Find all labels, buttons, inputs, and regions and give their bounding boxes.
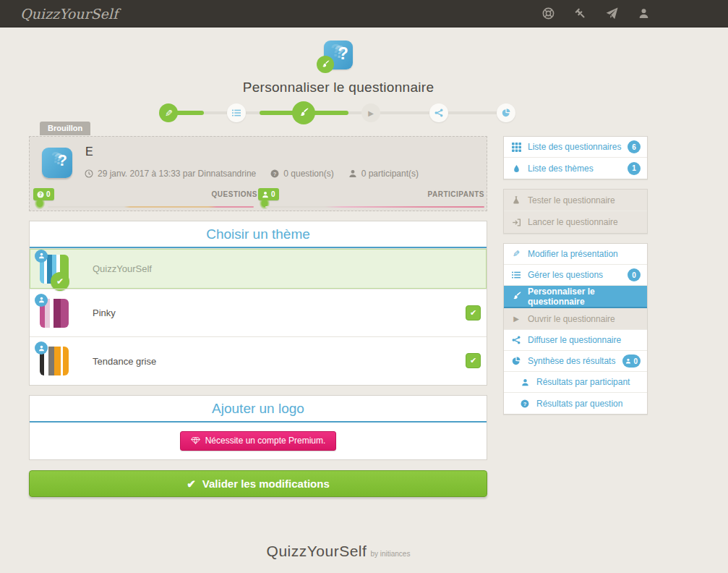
pencil-icon: ✎ — [165, 108, 173, 119]
sidebar-actions-group: Tester le questionnaire Lancer le questi… — [503, 189, 648, 234]
sidebar-item-diffuser[interactable]: Diffuser le questionnaire — [504, 330, 647, 351]
footer-brand: QuizzYourSelf — [267, 543, 367, 559]
tab-questions[interactable]: QUESTIONS — [212, 190, 257, 198]
select-theme-button[interactable]: ✔ — [466, 305, 481, 321]
paper-plane-send-icon[interactable] — [606, 7, 618, 20]
gavel-icon[interactable] — [574, 7, 586, 20]
grid-icon — [510, 143, 522, 152]
quiz-title: E — [85, 145, 93, 158]
step-share[interactable] — [429, 103, 448, 122]
user-icon — [519, 378, 531, 386]
user-badge-icon — [35, 294, 48, 307]
check-icon: ✔ — [187, 478, 196, 491]
question-circle-icon: ? — [37, 191, 44, 198]
count-badge: 6 — [628, 140, 641, 153]
clock-icon — [85, 169, 93, 178]
user-icon — [348, 169, 357, 178]
sidebar-item-liste-questionnaires[interactable]: Liste des questionnaires 6 — [504, 137, 647, 158]
questions-timeline — [48, 206, 254, 208]
quiz-meta: 29 janv. 2017 à 13:33 par Dinnatsandrine — [98, 169, 256, 179]
pie-chart-icon — [510, 357, 522, 365]
tab-participants[interactable]: PARTICIPANTS — [428, 190, 484, 198]
list-icon — [232, 109, 241, 117]
droplet-icon — [510, 164, 522, 173]
share-icon — [510, 336, 522, 344]
select-theme-button[interactable]: ✔ — [466, 353, 481, 368]
paint-brush-badge-icon — [317, 56, 334, 73]
sidebar-item-resultats-participant[interactable]: Résultats par participant — [504, 372, 647, 393]
theme-thumbnail — [40, 347, 69, 375]
theme-panel-title: Choisir un thème — [30, 221, 487, 248]
theme-name: Pinky — [93, 307, 116, 318]
timeline-marker — [35, 198, 45, 209]
status-badge: Brouillon — [40, 122, 90, 135]
play-icon: ▶ — [510, 315, 522, 323]
svg-text:?: ? — [39, 192, 42, 197]
step-results[interactable] — [497, 103, 515, 122]
user-account-icon[interactable] — [638, 7, 650, 20]
theme-row-quizzyourself[interactable]: ✔ QuizzYourSelf — [30, 248, 487, 289]
svg-text:?: ? — [273, 171, 277, 177]
sidebar-item-gerer-questions[interactable]: Gérer les questions 0 — [504, 265, 647, 286]
sidebar-item-liste-themes[interactable]: Liste des thèmes 1 — [504, 158, 647, 179]
theme-row-pinky[interactable]: Pinky ✔ — [30, 289, 487, 336]
sidebar-item-tester[interactable]: Tester le questionnaire — [504, 190, 647, 211]
play-icon: ▶ — [368, 109, 374, 117]
premium-required-button[interactable]: Nécessite un compte Premium. — [180, 431, 337, 451]
validate-button[interactable]: ✔ Valider les modifications — [29, 470, 487, 497]
question-circle-icon: ? — [270, 169, 279, 178]
quiz-app-icon: ? — [42, 148, 72, 178]
quiz-participants-count: 0 participant(s) — [361, 169, 419, 179]
sidebar-workflow-group: ✎ Modifier la présentation Gérer les que… — [503, 243, 648, 415]
user-icon — [625, 358, 631, 364]
theme-name: Tendance grise — [93, 356, 156, 367]
theme-thumbnail: ✔ — [40, 255, 69, 284]
pie-chart-icon — [502, 109, 510, 117]
sidebar-item-synthese[interactable]: Synthèse des résultats 0 — [504, 351, 647, 372]
user-badge-icon — [35, 341, 48, 355]
quiz-questions-count: 0 question(s) — [283, 169, 333, 179]
step-questions[interactable] — [227, 103, 246, 122]
user-icon — [262, 191, 269, 198]
list-icon — [510, 271, 522, 279]
count-badge: 1 — [628, 162, 641, 175]
life-ring-help-icon[interactable] — [542, 7, 554, 20]
participants-count-badge: 0 — [622, 355, 641, 368]
count-badge: 0 — [628, 268, 641, 281]
svg-text:?: ? — [523, 400, 527, 407]
theme-thumbnail — [40, 299, 69, 328]
selected-check-icon: ✔ — [51, 272, 69, 291]
logo-panel: Ajouter un logo Nécessite un compte Prem… — [29, 395, 487, 460]
question-mark-app-icon: ? — [324, 41, 353, 69]
sidebar-lists-group: Liste des questionnaires 6 Liste des thè… — [503, 136, 648, 179]
gem-icon — [191, 437, 200, 444]
theme-row-tendance-grise[interactable]: Tendance grise ✔ — [30, 336, 487, 385]
brand-logo[interactable]: QuizzYourSelf — [20, 6, 118, 22]
question-circle-icon: ? — [519, 399, 531, 408]
footer-byline: by initiances — [370, 550, 410, 558]
sidebar-item-lancer[interactable]: Lancer le questionnaire — [504, 211, 647, 233]
user-badge-icon — [35, 250, 48, 263]
sidebar-item-ouvrir[interactable]: ▶ Ouvrir le questionnaire — [504, 308, 647, 330]
theme-name: QuizzYourSelf — [93, 263, 152, 274]
workflow-steps: ✎ ▶ — [0, 102, 728, 125]
logo-panel-title: Ajouter un logo — [30, 396, 487, 423]
top-navbar: QuizzYourSelf — [0, 0, 728, 27]
flask-icon — [510, 195, 522, 205]
sign-in-icon — [510, 218, 522, 227]
paint-brush-icon — [299, 108, 309, 118]
step-customize[interactable] — [292, 101, 315, 124]
step-presentation[interactable]: ✎ — [159, 103, 178, 122]
pencil-icon: ✎ — [510, 249, 522, 259]
share-icon — [434, 109, 443, 117]
paint-brush-icon — [510, 292, 522, 301]
step-open[interactable]: ▶ — [361, 103, 380, 122]
sidebar-item-resultats-question[interactable]: ? Résultats par question — [504, 393, 647, 414]
sidebar-item-personnaliser[interactable]: Personnaliser le questionnaire — [504, 286, 647, 308]
page-title: Personnaliser le questionnaire — [29, 80, 648, 96]
quiz-info-panel: ? E 29 janv. 2017 à 13:33 par Dinnatsand… — [29, 136, 487, 211]
participants-timeline — [265, 206, 484, 208]
sidebar-item-modifier-presentation[interactable]: ✎ Modifier la présentation — [504, 244, 647, 265]
theme-panel: Choisir un thème ✔ QuizzYourSelf Pinky ✔… — [29, 221, 487, 386]
footer: QuizzYourSelfby initiances — [29, 543, 648, 560]
